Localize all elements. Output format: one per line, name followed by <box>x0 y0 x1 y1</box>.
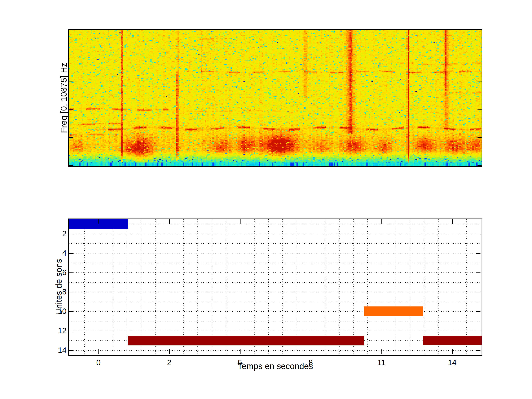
y-axis-tick <box>476 311 481 312</box>
top-plot-x-tick <box>423 30 423 34</box>
x-tick-label: 8 <box>298 358 324 367</box>
y-axis-tick <box>69 234 74 234</box>
minor-vertical-gridline <box>282 219 283 355</box>
spectrogram-panel <box>68 29 482 167</box>
top-plot-x-tick <box>246 162 246 166</box>
spectrogram-image <box>69 30 481 166</box>
sound-unit-bar-unit-13-darkred-b <box>423 336 481 345</box>
horizontal-gridline <box>69 282 481 283</box>
minor-vertical-gridline <box>367 219 368 355</box>
top-plot-y-tick <box>477 165 481 166</box>
top-plot-x-tick <box>187 162 187 166</box>
horizontal-gridline <box>69 224 481 224</box>
top-plot-y-tick <box>477 53 481 53</box>
horizontal-gridline <box>69 350 481 351</box>
minor-vertical-gridline <box>410 219 410 355</box>
minor-vertical-gridline <box>297 219 297 355</box>
top-plot-x-tick <box>423 162 423 166</box>
sound-unit-bar-unit-10-orange <box>364 306 423 316</box>
y-tick-label: 8 <box>39 287 66 297</box>
y-axis-tick <box>69 272 74 273</box>
minor-vertical-gridline <box>84 219 85 355</box>
minor-vertical-gridline <box>466 219 467 355</box>
y-axis-tick <box>69 253 74 254</box>
top-plot-y-tick <box>69 165 73 166</box>
minor-vertical-gridline <box>325 219 325 355</box>
minor-vertical-gridline <box>438 219 438 355</box>
y-tick-label: 10 <box>39 307 66 316</box>
sound-units-panel <box>68 219 482 356</box>
y-tick-label: 2 <box>39 229 66 238</box>
minor-vertical-gridline <box>254 219 254 355</box>
minor-vertical-gridline <box>268 219 269 355</box>
x-axis-tick <box>381 219 382 224</box>
top-plot-x-tick <box>128 162 128 166</box>
top-plot-x-tick <box>128 30 128 34</box>
x-axis-tick <box>169 349 170 354</box>
figure: Freq [0, 10875] Hz Unites de sons Temps … <box>0 0 532 399</box>
y-axis-tick <box>69 350 74 351</box>
y-axis-tick <box>69 331 74 331</box>
x-axis-tick <box>452 219 453 224</box>
horizontal-gridline <box>69 263 481 263</box>
minor-vertical-gridline <box>113 219 113 355</box>
minor-vertical-gridline <box>141 219 141 355</box>
top-plot-x-tick <box>246 30 246 34</box>
x-axis-tick <box>452 349 453 354</box>
sound-unit-bar-unit-13-darkred-a <box>128 336 364 345</box>
top-plot-y-tick <box>477 137 481 138</box>
minor-vertical-gridline <box>127 219 127 355</box>
x-tick-label: 2 <box>156 358 182 367</box>
top-plot-y-tick <box>477 109 481 109</box>
y-tick-label: 12 <box>39 326 66 335</box>
minor-vertical-gridline <box>353 219 354 355</box>
y-axis-tick <box>476 272 481 273</box>
minor-vertical-gridline <box>339 219 340 355</box>
x-tick-label: 14 <box>439 358 465 367</box>
y-tick-label: 6 <box>39 268 66 277</box>
x-axis-tick <box>311 349 311 354</box>
y-axis-tick <box>69 292 74 292</box>
top-plot-x-tick <box>364 162 364 166</box>
horizontal-gridline <box>69 321 481 321</box>
minor-vertical-gridline <box>184 219 184 355</box>
minor-vertical-gridline <box>155 219 156 355</box>
minor-vertical-gridline <box>197 219 198 355</box>
minor-vertical-gridline <box>396 219 396 355</box>
horizontal-gridline <box>69 243 481 244</box>
y-axis-tick <box>476 292 481 292</box>
minor-vertical-gridline <box>212 219 212 355</box>
top-plot-y-tick <box>69 109 73 109</box>
horizontal-gridline <box>69 331 481 331</box>
top-plot-y-tick <box>69 81 73 82</box>
minor-vertical-gridline <box>226 219 226 355</box>
y-axis-tick <box>476 234 481 234</box>
minor-vertical-gridline <box>424 219 424 355</box>
top-plot-y-tick <box>69 137 73 138</box>
x-axis-tick <box>98 349 99 354</box>
x-axis-tick <box>240 349 241 354</box>
x-tick-label: 11 <box>368 358 394 367</box>
horizontal-gridline <box>69 253 481 253</box>
top-plot-x-tick <box>305 30 305 34</box>
x-axis-tick <box>311 219 311 224</box>
top-plot-x-tick <box>364 30 364 34</box>
x-axis-tick <box>98 219 99 224</box>
y-tick-label: 4 <box>39 248 66 258</box>
y-axis-tick <box>69 311 74 312</box>
y-axis-tick <box>476 331 481 331</box>
top-plot-y-tick <box>69 53 73 53</box>
horizontal-gridline <box>69 272 481 273</box>
x-tick-label: 5 <box>227 358 253 367</box>
x-axis-tick <box>381 349 382 354</box>
bottom-plot-xlabel: Temps en secondes <box>201 361 349 372</box>
y-axis-tick <box>476 253 481 254</box>
top-plot-ylabel: Freq [0, 10875] Hz <box>58 24 69 172</box>
horizontal-gridline <box>69 292 481 292</box>
x-axis-tick <box>169 219 170 224</box>
x-tick-label: 0 <box>86 358 111 367</box>
x-axis-tick <box>240 219 241 224</box>
horizontal-gridline <box>69 234 481 234</box>
top-plot-y-tick <box>477 81 481 82</box>
horizontal-gridline <box>69 302 481 302</box>
